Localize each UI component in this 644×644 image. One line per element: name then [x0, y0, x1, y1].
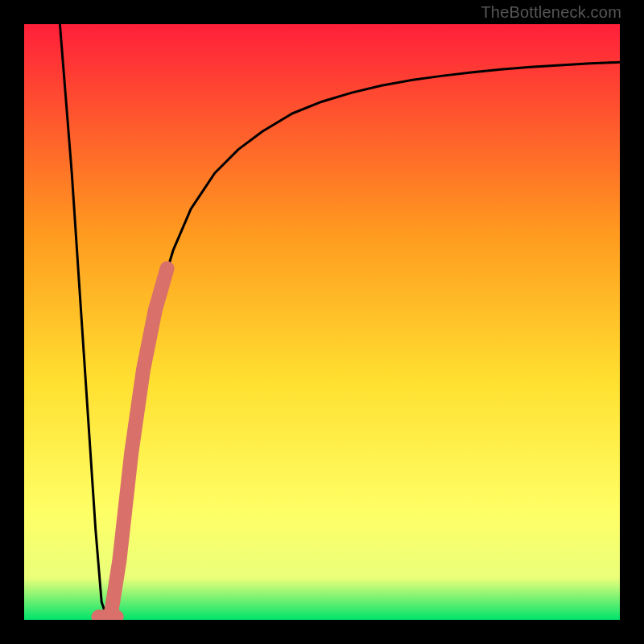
watermark-text: TheBottleneck.com: [481, 3, 621, 22]
chart-svg: [24, 24, 620, 620]
chart-frame: TheBottleneck.com: [0, 0, 644, 644]
gradient-background: [24, 24, 620, 620]
chart-plot-area: [24, 24, 620, 620]
